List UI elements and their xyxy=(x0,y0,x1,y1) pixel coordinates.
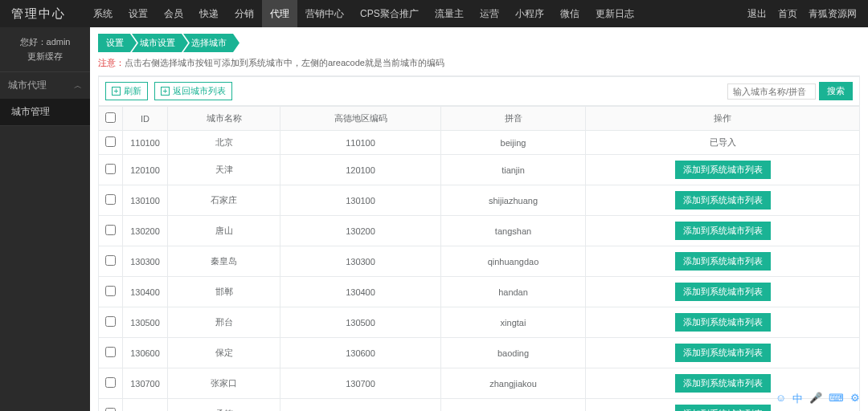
cell-id: 130200 xyxy=(123,216,168,246)
topnav-item[interactable]: 快递 xyxy=(191,0,227,27)
cell-name: 承德 xyxy=(168,399,280,412)
add-to-system-button[interactable]: 添加到系统城市列表 xyxy=(675,313,771,332)
cell-pinyin: handan xyxy=(441,277,586,307)
add-to-system-button[interactable]: 添加到系统城市列表 xyxy=(675,161,771,179)
cell-pinyin: zhangjiakou xyxy=(441,368,586,399)
top-right-link[interactable]: 退出 xyxy=(747,7,767,21)
add-to-system-button[interactable]: 添加到系统城市列表 xyxy=(675,374,771,393)
cell-op: 添加到系统城市列表 xyxy=(586,277,860,307)
crumb-settings[interactable]: 设置 xyxy=(98,34,137,52)
cell-id: 120100 xyxy=(123,155,168,185)
cell-name: 天津 xyxy=(168,155,280,185)
row-checkbox[interactable] xyxy=(105,255,116,266)
cell-pinyin: xingtai xyxy=(441,307,586,338)
cell-pinyin: qinhuangdao xyxy=(441,246,586,277)
row-checkbox[interactable] xyxy=(105,377,116,388)
row-checkbox[interactable] xyxy=(105,225,116,235)
search-button[interactable]: 搜索 xyxy=(819,82,853,100)
topnav-item[interactable]: 系统 xyxy=(85,0,121,27)
row-checkbox[interactable] xyxy=(105,408,116,411)
cell-id: 130100 xyxy=(123,185,168,216)
add-to-system-button[interactable]: 添加到系统城市列表 xyxy=(675,252,771,271)
topnav-item[interactable]: 流量主 xyxy=(427,0,472,27)
back-city-list-button[interactable]: + 返回城市列表 xyxy=(154,82,232,100)
cell-op: 已导入 xyxy=(586,131,860,155)
cell-pinyin: tangshan xyxy=(441,216,586,246)
add-to-system-button[interactable]: 添加到系统城市列表 xyxy=(675,344,771,362)
cell-pinyin: chengde xyxy=(441,399,586,412)
cell-id: 130800 xyxy=(123,399,168,412)
row-checkbox[interactable] xyxy=(105,347,116,357)
keyboard-icon[interactable]: ⌨ xyxy=(829,392,844,406)
add-to-system-button[interactable]: 添加到系统城市列表 xyxy=(675,405,771,411)
add-to-system-button[interactable]: 添加到系统城市列表 xyxy=(675,191,771,210)
chevron-up-icon: ︿ xyxy=(74,80,82,92)
sidebar-item-city-manage[interactable]: 城市管理 xyxy=(0,99,90,126)
crumb-select-city[interactable]: 选择城市 xyxy=(183,34,240,52)
topnav-item[interactable]: 运营 xyxy=(472,0,507,27)
row-checkbox[interactable] xyxy=(105,136,116,147)
cell-code: 130800 xyxy=(280,399,441,412)
main-content: 设置 城市设置 选择城市 注意：点击右侧选择城市按钮可添加到系统城市中，左侧的a… xyxy=(90,27,868,411)
cell-code: 130200 xyxy=(280,216,441,246)
sidebar: 您好：admin 更新缓存 城市代理 ︿ 城市管理 xyxy=(0,27,90,411)
row-checkbox[interactable] xyxy=(105,164,116,174)
sidebar-group-city-agent[interactable]: 城市代理 ︿ xyxy=(0,72,90,99)
crumb-city-settings[interactable]: 城市设置 xyxy=(132,34,188,52)
select-all-checkbox[interactable] xyxy=(105,112,116,123)
cell-id: 130600 xyxy=(123,338,168,368)
table-row: 130700张家口130700zhangjiakou添加到系统城市列表 xyxy=(99,368,860,399)
cell-name: 保定 xyxy=(168,338,280,368)
note-text: 注意：点击右侧选择城市按钮可添加到系统城市中，左侧的areacode就是当前城市… xyxy=(98,57,860,69)
city-table: ID 城市名称 高德地区编码 拼音 操作 110100北京110100beiji… xyxy=(98,106,860,411)
add-to-system-button[interactable]: 添加到系统城市列表 xyxy=(675,222,771,240)
topnav-item[interactable]: 代理 xyxy=(262,0,297,27)
topnav-item[interactable]: 设置 xyxy=(121,0,156,27)
cell-code: 130500 xyxy=(280,307,441,338)
cell-name: 北京 xyxy=(168,131,280,155)
cell-op: 添加到系统城市列表 xyxy=(586,155,860,185)
add-to-system-button[interactable]: 添加到系统城市列表 xyxy=(675,283,771,301)
cell-id: 130300 xyxy=(123,246,168,277)
cell-op: 添加到系统城市列表 xyxy=(586,216,860,246)
emoji-icon[interactable]: ☺ xyxy=(776,392,786,406)
cell-name: 唐山 xyxy=(168,216,280,246)
top-right-link[interactable]: 青狐资源网 xyxy=(809,7,857,21)
cell-name: 邯郸 xyxy=(168,277,280,307)
topnav-item[interactable]: 会员 xyxy=(156,0,191,27)
topnav-item[interactable]: CPS聚合推广 xyxy=(352,0,427,27)
search-input[interactable] xyxy=(727,83,816,100)
col-name: 城市名称 xyxy=(168,107,280,131)
user-box: 您好：admin 更新缓存 xyxy=(0,27,90,72)
cell-code: 130700 xyxy=(280,368,441,399)
col-id: ID xyxy=(123,107,168,131)
row-checkbox[interactable] xyxy=(105,316,116,327)
cache-refresh-link[interactable]: 更新缓存 xyxy=(0,50,90,64)
table-row: 130200唐山130200tangshan添加到系统城市列表 xyxy=(99,216,860,246)
note-label: 注意： xyxy=(98,58,125,67)
cell-op: 添加到系统城市列表 xyxy=(586,185,860,216)
topnav-item[interactable]: 更新日志 xyxy=(588,0,642,27)
topnav-item[interactable]: 微信 xyxy=(552,0,588,27)
cell-id: 130700 xyxy=(123,368,168,399)
table-row: 130600保定130600baoding添加到系统城市列表 xyxy=(99,338,860,368)
floating-toolbar: ☺ 中 🎤 ⌨ ⚙ xyxy=(776,392,860,406)
row-checkbox[interactable] xyxy=(105,286,116,296)
topnav-item[interactable]: 营销中心 xyxy=(297,0,352,27)
topnav-item[interactable]: 分销 xyxy=(227,0,262,27)
cell-pinyin: tianjin xyxy=(441,155,586,185)
settings-icon[interactable]: ⚙ xyxy=(850,392,860,406)
table-row: 130800承德130800chengde添加到系统城市列表 xyxy=(99,399,860,412)
top-right-link[interactable]: 首页 xyxy=(778,7,797,21)
row-checkbox[interactable] xyxy=(105,194,116,205)
cell-id: 110100 xyxy=(123,131,168,155)
status-imported: 已导入 xyxy=(710,137,736,147)
mic-icon[interactable]: 🎤 xyxy=(809,392,822,406)
refresh-button[interactable]: + 刷新 xyxy=(105,82,148,100)
cell-code: 130400 xyxy=(280,277,441,307)
zh-icon[interactable]: 中 xyxy=(792,392,803,406)
topnav-item[interactable]: 小程序 xyxy=(507,0,552,27)
table-row: 130300秦皇岛130300qinhuangdao添加到系统城市列表 xyxy=(99,246,860,277)
col-op: 操作 xyxy=(586,107,860,131)
cell-op: 添加到系统城市列表 xyxy=(586,307,860,338)
